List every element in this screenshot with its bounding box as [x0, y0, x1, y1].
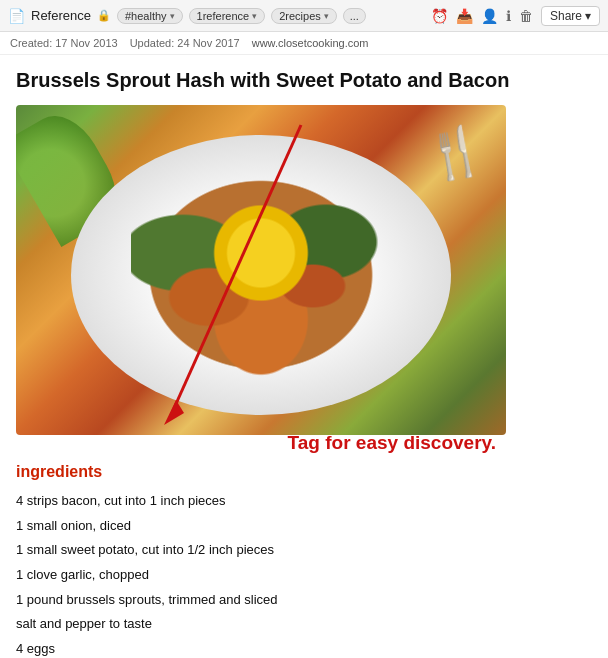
share-button[interactable]: Share ▾	[541, 6, 600, 26]
content-area: Brussels Sprout Hash with Sweet Potato a…	[0, 55, 608, 658]
chevron-down-icon: ▾	[170, 11, 175, 21]
account-icon[interactable]: 👤	[481, 8, 498, 24]
list-item: 1 small sweet potato, cut into 1/2 inch …	[16, 538, 592, 563]
share-label: Share	[550, 9, 582, 23]
lock-icon: 🔒	[97, 9, 111, 22]
share-chevron: ▾	[585, 9, 591, 23]
tag-annotation: Tag for easy discovery.	[288, 432, 496, 454]
created-date: Created: 17 Nov 2013	[10, 37, 118, 49]
toolbar: 📄 Reference 🔒 #healthy ▾ 1reference ▾ 2r…	[0, 0, 608, 32]
list-item: salt and pepper to taste	[16, 612, 592, 637]
food-decoration	[131, 165, 391, 385]
tag-healthy-pill[interactable]: #healthy ▾	[117, 8, 183, 24]
list-item: 4 strips bacon, cut into 1 inch pieces	[16, 489, 592, 514]
reminder-icon[interactable]: ⏰	[431, 8, 448, 24]
tag-1reference-label: 1reference	[197, 10, 250, 22]
tag-2recipes-label: 2recipes	[279, 10, 321, 22]
ingredients-section: ingredients 4 strips bacon, cut into 1 i…	[16, 463, 592, 658]
recipe-image: 🍴	[16, 105, 506, 435]
app-icon: 📄	[8, 8, 25, 24]
recipe-image-container: 🍴 Tag for easy discovery.	[16, 105, 506, 449]
page-title: Reference	[31, 8, 91, 23]
updated-date: Updated: 24 Nov 2017	[130, 37, 240, 49]
list-item: 4 eggs	[16, 637, 592, 658]
present-icon[interactable]: 📥	[456, 8, 473, 24]
tag-1reference-pill[interactable]: 1reference ▾	[189, 8, 266, 24]
trash-icon[interactable]: 🗑	[519, 8, 533, 24]
info-icon[interactable]: ℹ	[506, 8, 511, 24]
meta-row: Created: 17 Nov 2013 Updated: 24 Nov 201…	[0, 32, 608, 55]
chevron-down-icon: ▾	[252, 11, 257, 21]
ingredients-heading: ingredients	[16, 463, 592, 481]
ingredients-list: 4 strips bacon, cut into 1 inch pieces 1…	[16, 489, 592, 658]
toolbar-icons: ⏰ 📥 👤 ℹ 🗑 Share ▾	[431, 6, 600, 26]
more-tags-button[interactable]: ...	[343, 8, 366, 24]
recipe-title: Brussels Sprout Hash with Sweet Potato a…	[16, 67, 592, 93]
list-item: 1 pound brussels sprouts, trimmed and sl…	[16, 588, 592, 613]
list-item: 1 clove garlic, chopped	[16, 563, 592, 588]
tag-2recipes-pill[interactable]: 2recipes ▾	[271, 8, 337, 24]
source-url[interactable]: www.closetcooking.com	[252, 37, 369, 49]
plate-decoration	[71, 135, 451, 415]
toolbar-left: 📄 Reference 🔒 #healthy ▾ 1reference ▾ 2r…	[8, 8, 425, 24]
chevron-down-icon: ▾	[324, 11, 329, 21]
fork-icon: 🍴	[422, 120, 491, 186]
list-item: 1 small onion, diced	[16, 514, 592, 539]
tag-healthy-label: #healthy	[125, 10, 167, 22]
